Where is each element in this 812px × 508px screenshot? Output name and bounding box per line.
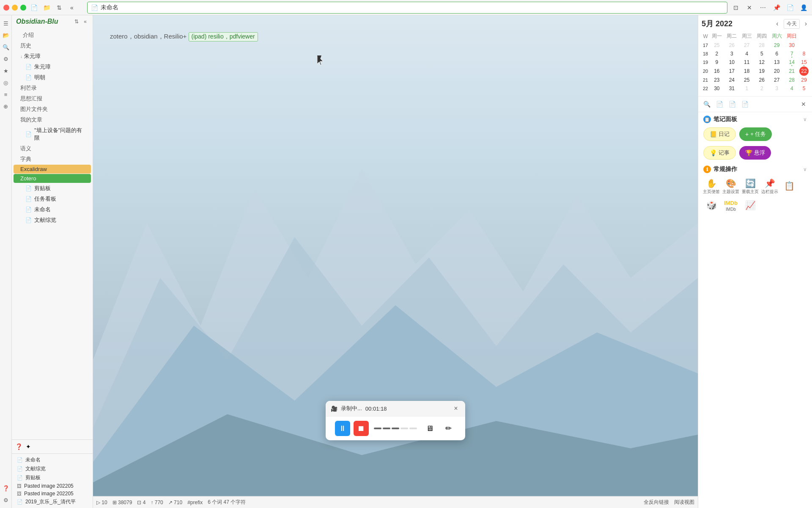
note-button[interactable]: 💡 记事 <box>703 146 736 160</box>
right-search-btn[interactable]: 🔍 <box>702 99 712 109</box>
cal-day[interactable]: 30 <box>784 41 799 50</box>
more-options-icon[interactable]: ⋯ <box>758 3 768 13</box>
sidebar-item-sixiang[interactable]: 思想汇报 <box>14 94 91 104</box>
panel-collapse-btn[interactable]: « <box>82 18 88 25</box>
cal-day[interactable]: 8 <box>799 50 809 58</box>
sidebar-item-unnamed[interactable]: 📄 未命名 <box>14 204 91 215</box>
recording-annotate-button[interactable]: ✏ <box>441 421 456 436</box>
cal-day[interactable]: 24 <box>724 76 739 84</box>
cal-day[interactable]: 13 <box>769 58 784 66</box>
sidebar-item-literature[interactable]: 📄 文献综览 <box>14 215 91 225</box>
minimize-window-button[interactable] <box>12 5 18 11</box>
status-item-arrow[interactable]: ↗ 710 <box>168 500 182 505</box>
cal-day[interactable]: 17 <box>724 66 739 76</box>
right-doc-btn1[interactable]: 📄 <box>714 99 724 109</box>
status-item-lines[interactable]: ▷ 10 <box>96 500 107 505</box>
cal-day[interactable]: 11 <box>739 58 754 66</box>
bottom-file-unnamed[interactable]: 📄 未命名 <box>15 456 89 464</box>
sidebar-item-zhuyuanzhang-group[interactable]: ↓ 朱元璋 <box>14 51 91 61</box>
ops-icon-clipboard2[interactable]: 📋 <box>780 177 798 195</box>
status-item-chars[interactable]: ⊞ 38079 <box>112 500 132 505</box>
cal-day[interactable]: 6 <box>769 50 784 58</box>
editor-text-area[interactable]: zotero，obsidian，Resilio+ (ipad) resilio，… <box>110 32 258 41</box>
sidebar-icon-search[interactable]: 🔍 <box>1 42 11 52</box>
cal-day[interactable]: 28 <box>784 76 799 84</box>
bottom-file-pasted1[interactable]: 🖼 Pasted image 202205 <box>15 482 89 490</box>
calendar-prev-btn[interactable]: ‹ <box>774 20 780 28</box>
cal-day[interactable]: 1 <box>739 84 754 93</box>
float-button[interactable]: 🏆 悬浮 <box>739 146 771 160</box>
cal-day[interactable]: 31 <box>724 84 739 93</box>
sidebar-item-images[interactable]: 图片文件夹 <box>14 104 91 114</box>
recording-close-button[interactable]: × <box>452 404 460 413</box>
ops-icon-dice[interactable]: 🎲 <box>702 197 720 215</box>
split-view-icon[interactable]: ⊡ <box>731 3 741 13</box>
cal-day[interactable]: 25 <box>709 41 724 50</box>
ops-icon-theme[interactable]: 🎨 主题设置 <box>722 177 740 195</box>
bottom-file-literature[interactable]: 📄 文献综览 <box>15 464 89 473</box>
sidebar-item-history[interactable]: 历史 <box>14 41 91 51</box>
nav-community-icon[interactable]: ✦ <box>26 443 31 450</box>
sidebar-item-yuyi[interactable]: 语义 <box>14 144 91 154</box>
cal-day[interactable]: 27 <box>739 41 754 50</box>
sidebar-icon-config[interactable]: ⚙ <box>1 495 11 505</box>
panel-sort-btn[interactable]: ⇅ <box>73 18 80 25</box>
cal-day[interactable]: 4 <box>739 50 754 58</box>
cal-day[interactable]: 19 <box>754 66 769 76</box>
cal-day[interactable]: 14 <box>784 58 799 66</box>
bottom-file-pasted2[interactable]: 🖼 Pasted image 202205 <box>15 490 89 497</box>
sidebar-item-taskboard[interactable]: 📄 任务看板 <box>14 194 91 204</box>
cal-day[interactable]: 10 <box>724 58 739 66</box>
calendar-next-btn[interactable]: › <box>803 20 809 28</box>
cal-day[interactable]: 15 <box>799 58 809 66</box>
status-item-backlinks[interactable]: 全反向链接 <box>644 499 669 506</box>
cal-day[interactable]: 26 <box>724 41 739 50</box>
sidebar-item-zhuyuanzhang[interactable]: 📄 朱元璋 <box>14 62 91 72</box>
ops-icon-home-notes[interactable]: ✋ 主页便签 <box>702 177 720 195</box>
cal-day[interactable]: 23 <box>709 76 724 84</box>
sidebar-icon-star[interactable]: ★ <box>1 66 11 75</box>
status-item-readview[interactable]: 阅读视图 <box>674 499 694 506</box>
new-folder-icon[interactable]: 📁 <box>41 3 52 13</box>
sidebar-item-clipboard[interactable]: 📄 剪贴板 <box>14 183 91 193</box>
note-section-toggle[interactable]: 📋 笔记面板 ∨ <box>698 112 812 125</box>
cal-day[interactable]: 29 <box>769 41 784 50</box>
sidebar-item-mingchao[interactable]: 📄 明朝 <box>14 72 91 83</box>
sidebar-item-intro[interactable]: 介绍 <box>14 30 91 40</box>
sidebar-icon-list[interactable]: ≡ <box>1 90 11 99</box>
cal-day[interactable]: 28 <box>754 41 769 50</box>
close-window-button[interactable] <box>3 5 9 11</box>
cal-day[interactable]: 27 <box>769 76 784 84</box>
sidebar-icon-menu[interactable]: ☰ <box>1 19 11 28</box>
sidebar-item-myarticles[interactable]: 我的文章 <box>14 115 91 125</box>
ops-icon-sidebar-hint[interactable]: 📌 边栏提示 <box>761 177 779 195</box>
collapse-icon[interactable]: « <box>67 3 77 13</box>
recording-screen-btn[interactable]: 🖥 <box>422 421 437 436</box>
recording-stop-button[interactable]: ⏹ <box>354 421 369 436</box>
cal-day[interactable]: 20 <box>769 66 784 76</box>
sidebar-item-excalidraw[interactable]: Excalidraw <box>14 165 91 174</box>
cal-day[interactable]: 5 <box>799 84 809 93</box>
status-item-blocks[interactable]: ⊡ 4 <box>137 500 145 505</box>
new-doc-icon[interactable]: 📄 <box>785 3 795 13</box>
right-close-btn[interactable]: ✕ <box>798 99 809 109</box>
close-tab-icon[interactable]: ✕ <box>744 3 754 13</box>
right-doc-btn2[interactable]: 📄 <box>727 99 737 109</box>
ops-section-toggle[interactable]: ℹ 常规操作 ∨ <box>698 162 812 175</box>
new-file-icon[interactable]: 📄 <box>29 3 39 13</box>
task-button[interactable]: + + 任务 <box>739 127 772 141</box>
right-doc-btn3[interactable]: 📄 <box>740 99 750 109</box>
sidebar-icon-settings[interactable]: ⚙ <box>1 54 11 64</box>
cal-day[interactable]: 2 <box>709 50 724 58</box>
cal-day[interactable]: 30 <box>709 84 724 93</box>
recording-pause-button[interactable]: ⏸ <box>335 421 350 436</box>
cal-day[interactable]: 9 <box>709 58 724 66</box>
cal-day[interactable]: 21 <box>784 66 799 76</box>
sidebar-icon-help[interactable]: ❓ <box>1 483 11 493</box>
sidebar-icon-plus[interactable]: ⊕ <box>1 102 11 111</box>
cal-day[interactable]: 3 <box>724 50 739 58</box>
pin-icon[interactable]: 📌 <box>771 3 782 13</box>
diary-button[interactable]: 📒 日记 <box>703 127 736 141</box>
sidebar-item-limanglu[interactable]: 利芒录 <box>14 83 91 93</box>
bottom-file-clipboard[interactable]: 📄 剪贴板 <box>15 473 89 482</box>
